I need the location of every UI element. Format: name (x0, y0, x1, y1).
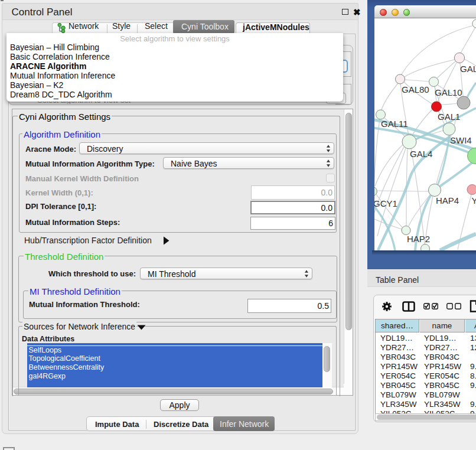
svg-text:SWI4: SWI4 (450, 135, 472, 145)
svg-text:GAL2: GAL2 (460, 64, 476, 74)
svg-text:GAL1: GAL1 (438, 112, 460, 122)
svg-text:GCY1: GCY1 (374, 198, 397, 208)
svg-text:GAL10: GAL10 (435, 87, 462, 97)
svg-text:HAP2: HAP2 (407, 234, 430, 244)
svg-text:HAP4: HAP4 (436, 195, 459, 206)
svg-text:GAL11: GAL11 (381, 119, 408, 129)
svg-text:GAL80: GAL80 (402, 84, 429, 94)
svg-text:Y: Y (472, 195, 476, 206)
svg-text:GAL4: GAL4 (410, 149, 432, 159)
